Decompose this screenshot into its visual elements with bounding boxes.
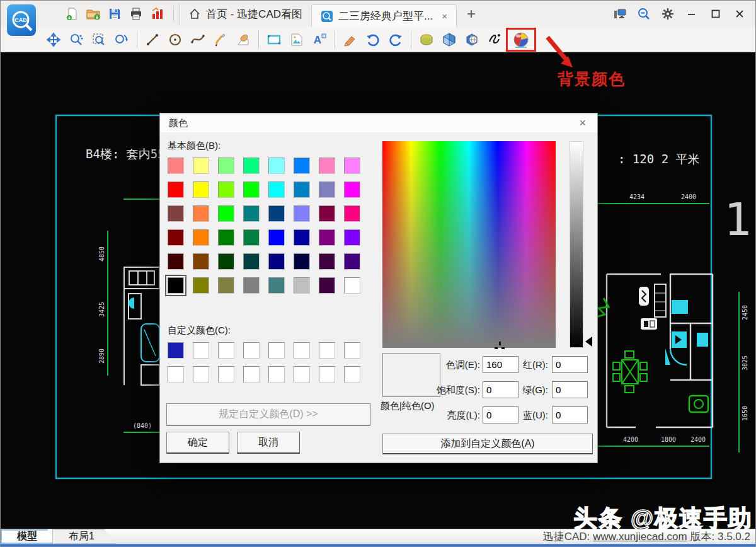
add-to-custom-colors-button[interactable]: 添加到自定义颜色(A) xyxy=(382,434,593,454)
undo-button[interactable] xyxy=(362,29,384,50)
color-swatch[interactable] xyxy=(319,366,335,383)
maximize-button[interactable] xyxy=(705,4,726,24)
color-swatch[interactable] xyxy=(193,253,209,270)
color-swatch[interactable] xyxy=(294,229,310,246)
color-swatch[interactable] xyxy=(193,277,209,294)
color-swatch[interactable] xyxy=(268,181,285,198)
color-swatch[interactable] xyxy=(294,366,310,383)
color-swatch[interactable] xyxy=(319,205,335,222)
color-swatch[interactable] xyxy=(268,253,285,270)
color-swatch[interactable] xyxy=(319,181,335,198)
color-swatch[interactable] xyxy=(168,158,184,174)
color-swatch[interactable] xyxy=(168,205,184,222)
color-swatch[interactable] xyxy=(168,366,184,383)
color-swatch[interactable] xyxy=(218,277,234,294)
save-button[interactable] xyxy=(104,4,125,24)
color-swatch[interactable] xyxy=(193,229,209,246)
color-swatch[interactable] xyxy=(344,229,360,246)
color-swatch[interactable] xyxy=(268,158,285,174)
red-input[interactable] xyxy=(552,356,588,373)
zoom-in-button[interactable] xyxy=(65,29,88,50)
color-swatch[interactable] xyxy=(218,366,234,383)
dialog-title-bar[interactable]: 颜色 × xyxy=(160,113,597,132)
tab-document[interactable]: 二三房经典户型平... × xyxy=(311,4,457,27)
color-swatch[interactable] xyxy=(218,229,234,246)
color-swatch[interactable] xyxy=(294,158,310,174)
color-swatch[interactable] xyxy=(344,253,360,270)
color-swatch[interactable] xyxy=(268,366,285,383)
color-swatch[interactable] xyxy=(344,205,360,222)
brush-tool-button[interactable] xyxy=(232,29,255,50)
color-swatch[interactable] xyxy=(294,277,310,294)
circle-tool-button[interactable] xyxy=(164,29,186,50)
color-swatch[interactable] xyxy=(319,158,335,174)
luminance-slider-arrow-icon[interactable] xyxy=(585,337,592,347)
color-swatch[interactable] xyxy=(193,342,209,359)
color-swatch[interactable] xyxy=(319,342,335,359)
highlighter-button[interactable] xyxy=(339,29,362,50)
dialog-close-button[interactable]: × xyxy=(576,117,588,130)
color-swatch[interactable] xyxy=(344,277,360,294)
color-swatch[interactable] xyxy=(218,253,234,270)
color-swatch[interactable] xyxy=(168,229,184,246)
luminance-slider[interactable] xyxy=(570,141,583,348)
color-swatch[interactable] xyxy=(268,229,285,246)
color-swatch[interactable] xyxy=(218,158,234,174)
zoom-previous-button[interactable] xyxy=(110,29,133,50)
pan-button[interactable] xyxy=(42,29,65,50)
cancel-button[interactable]: 取消 xyxy=(237,432,300,454)
pencil-tool-button[interactable] xyxy=(209,29,232,50)
color-swatch[interactable] xyxy=(294,181,310,198)
print-button[interactable] xyxy=(125,4,147,24)
ok-button[interactable]: 确定 xyxy=(166,432,229,454)
color-swatch[interactable] xyxy=(193,366,209,383)
color-swatch[interactable] xyxy=(168,181,184,198)
color-swatch[interactable] xyxy=(268,277,285,294)
export-button[interactable] xyxy=(147,4,168,24)
color-swatch[interactable] xyxy=(168,342,184,359)
solid-3d-button[interactable] xyxy=(415,29,438,50)
rectangle-tool-button[interactable] xyxy=(263,29,285,50)
blue-input[interactable] xyxy=(552,406,588,423)
color-swatch[interactable] xyxy=(218,342,234,359)
open-file-button[interactable] xyxy=(83,4,104,24)
color-swatch[interactable] xyxy=(243,229,260,246)
hue-saturation-picker[interactable] xyxy=(382,141,556,348)
tab-close-icon[interactable]: × xyxy=(442,11,447,21)
color-swatch[interactable] xyxy=(319,253,335,270)
color-swatch[interactable] xyxy=(243,158,260,174)
color-swatch[interactable] xyxy=(243,366,260,383)
color-swatch[interactable] xyxy=(193,158,209,174)
color-swatch[interactable] xyxy=(268,342,285,359)
line-tool-button[interactable] xyxy=(141,29,164,50)
cube-3d-button[interactable] xyxy=(438,29,461,50)
color-swatch[interactable] xyxy=(319,277,335,294)
color-swatch[interactable] xyxy=(243,277,260,294)
spline-tool-button[interactable] xyxy=(186,29,209,50)
color-swatch[interactable] xyxy=(344,342,360,359)
zoom-window-button[interactable] xyxy=(88,29,110,50)
color-swatch[interactable] xyxy=(243,253,260,270)
color-swatch[interactable] xyxy=(243,342,260,359)
color-swatch[interactable] xyxy=(168,277,184,294)
define-custom-colors-button[interactable]: 规定自定义颜色(D) >> xyxy=(166,403,370,426)
minimize-button[interactable] xyxy=(681,4,702,24)
tab-model[interactable]: 模型 xyxy=(1,529,59,544)
settings-button[interactable] xyxy=(657,4,679,24)
tab-layout1[interactable]: 布局1 xyxy=(52,529,116,544)
green-input[interactable] xyxy=(552,381,588,398)
color-swatch[interactable] xyxy=(268,205,285,222)
color-swatch[interactable] xyxy=(294,342,310,359)
monitor-button[interactable] xyxy=(609,4,631,24)
globe-view-button[interactable] xyxy=(461,29,483,50)
color-swatch[interactable] xyxy=(294,253,310,270)
close-window-button[interactable] xyxy=(729,4,750,24)
color-swatch[interactable] xyxy=(294,205,310,222)
drawing-canvas[interactable]: B4楼: 套内55+2 : 120 2 平米 1 4850 3425 2890 … xyxy=(1,52,756,529)
new-tab-button[interactable]: + xyxy=(457,5,486,23)
zoom-out-button[interactable] xyxy=(633,4,655,24)
color-swatch[interactable] xyxy=(344,158,360,174)
tab-home[interactable]: 首页 - 迅捷CAD看图 xyxy=(179,3,311,25)
color-swatch[interactable] xyxy=(319,229,335,246)
background-color-button[interactable] xyxy=(506,28,536,52)
